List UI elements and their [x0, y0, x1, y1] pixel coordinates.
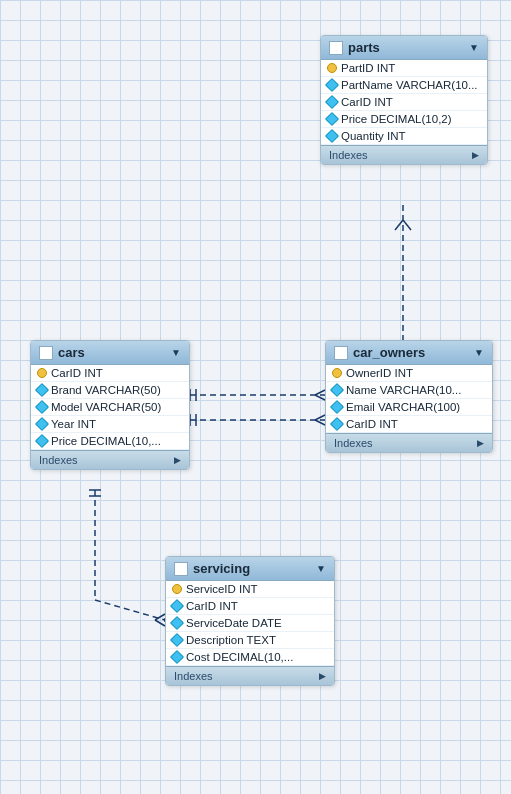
key-icon: [327, 63, 337, 73]
car-owners-field-ownerid: OwnerID INT: [326, 365, 492, 382]
cars-field-year-text: Year INT: [51, 418, 96, 430]
diamond-icon: [325, 78, 339, 92]
parts-field-price: Price DECIMAL(10,2): [321, 111, 487, 128]
cars-table-icon: [39, 346, 53, 360]
parts-indexes-label: Indexes: [329, 149, 368, 161]
car-owners-table-collapse[interactable]: ▼: [474, 347, 484, 358]
parts-field-partid: PartID INT: [321, 60, 487, 77]
servicing-field-description-text: Description TEXT: [186, 634, 276, 646]
cars-field-carid-text: CarID INT: [51, 367, 103, 379]
svg-line-17: [155, 614, 165, 620]
servicing-field-serviceid: ServiceID INT: [166, 581, 334, 598]
servicing-field-carid-text: CarID INT: [186, 600, 238, 612]
parts-field-partname-text: PartName VARCHAR(10...: [341, 79, 478, 91]
parts-table-icon: [329, 41, 343, 55]
diamond-icon: [170, 616, 184, 630]
svg-line-2: [403, 220, 411, 230]
car-owners-footer-arrow[interactable]: ▶: [477, 438, 484, 448]
svg-line-1: [395, 220, 403, 230]
diamond-icon: [330, 417, 344, 431]
cars-field-price-text: Price DECIMAL(10,...: [51, 435, 161, 447]
svg-line-7: [315, 395, 325, 400]
car-owners-field-carid-text: CarID INT: [346, 418, 398, 430]
svg-line-12: [315, 420, 325, 425]
servicing-table-header[interactable]: servicing ▼: [166, 557, 334, 581]
svg-line-14: [95, 600, 165, 620]
cars-field-year: Year INT: [31, 416, 189, 433]
car-owners-field-email: Email VARCHAR(100): [326, 399, 492, 416]
diamond-icon: [35, 417, 49, 431]
servicing-field-description: Description TEXT: [166, 632, 334, 649]
cars-indexes-label: Indexes: [39, 454, 78, 466]
diamond-icon: [330, 400, 344, 414]
parts-table[interactable]: parts ▼ PartID INT PartName VARCHAR(10..…: [320, 35, 488, 165]
servicing-field-cost: Cost DECIMAL(10,...: [166, 649, 334, 666]
parts-table-header[interactable]: parts ▼: [321, 36, 487, 60]
diamond-icon: [170, 633, 184, 647]
servicing-field-serviceid-text: ServiceID INT: [186, 583, 258, 595]
diamond-icon: [330, 383, 344, 397]
svg-line-11: [315, 415, 325, 420]
diamond-icon: [325, 95, 339, 109]
parts-field-carid-text: CarID INT: [341, 96, 393, 108]
servicing-footer-arrow[interactable]: ▶: [319, 671, 326, 681]
diamond-icon: [35, 383, 49, 397]
servicing-table[interactable]: servicing ▼ ServiceID INT CarID INT Serv…: [165, 556, 335, 686]
car-owners-field-name: Name VARCHAR(10...: [326, 382, 492, 399]
parts-table-collapse[interactable]: ▼: [469, 42, 479, 53]
diamond-icon: [35, 434, 49, 448]
cars-table-footer[interactable]: Indexes ▶: [31, 450, 189, 469]
parts-field-partid-text: PartID INT: [341, 62, 395, 74]
diamond-icon: [325, 129, 339, 143]
car-owners-table-header[interactable]: car_owners ▼: [326, 341, 492, 365]
servicing-field-servicedate-text: ServiceDate DATE: [186, 617, 282, 629]
cars-table-name: cars: [58, 345, 166, 360]
cars-table[interactable]: cars ▼ CarID INT Brand VARCHAR(50) Model…: [30, 340, 190, 470]
car-owners-field-email-text: Email VARCHAR(100): [346, 401, 460, 413]
car-owners-field-name-text: Name VARCHAR(10...: [346, 384, 461, 396]
cars-field-price: Price DECIMAL(10,...: [31, 433, 189, 450]
servicing-table-footer[interactable]: Indexes ▶: [166, 666, 334, 685]
car-owners-field-carid: CarID INT: [326, 416, 492, 433]
car-owners-table[interactable]: car_owners ▼ OwnerID INT Name VARCHAR(10…: [325, 340, 493, 453]
car-owners-field-ownerid-text: OwnerID INT: [346, 367, 413, 379]
cars-footer-arrow[interactable]: ▶: [174, 455, 181, 465]
cars-field-brand-text: Brand VARCHAR(50): [51, 384, 161, 396]
key-icon: [172, 584, 182, 594]
diamond-icon: [170, 599, 184, 613]
car-owners-indexes-label: Indexes: [334, 437, 373, 449]
servicing-field-cost-text: Cost DECIMAL(10,...: [186, 651, 293, 663]
svg-line-6: [315, 390, 325, 395]
svg-line-18: [155, 620, 165, 626]
car-owners-table-footer[interactable]: Indexes ▶: [326, 433, 492, 452]
servicing-table-name: servicing: [193, 561, 311, 576]
diamond-icon: [35, 400, 49, 414]
parts-field-carid: CarID INT: [321, 94, 487, 111]
servicing-field-carid: CarID INT: [166, 598, 334, 615]
diamond-icon: [325, 112, 339, 126]
cars-table-collapse[interactable]: ▼: [171, 347, 181, 358]
parts-footer-arrow[interactable]: ▶: [472, 150, 479, 160]
servicing-table-icon: [174, 562, 188, 576]
parts-field-quantity-text: Quantity INT: [341, 130, 406, 142]
parts-field-price-text: Price DECIMAL(10,2): [341, 113, 452, 125]
parts-table-footer[interactable]: Indexes ▶: [321, 145, 487, 164]
cars-field-model: Model VARCHAR(50): [31, 399, 189, 416]
car-owners-table-icon: [334, 346, 348, 360]
servicing-field-servicedate: ServiceDate DATE: [166, 615, 334, 632]
car-owners-table-name: car_owners: [353, 345, 469, 360]
parts-field-partname: PartName VARCHAR(10...: [321, 77, 487, 94]
diamond-icon: [170, 650, 184, 664]
parts-field-quantity: Quantity INT: [321, 128, 487, 145]
key-icon: [37, 368, 47, 378]
servicing-table-collapse[interactable]: ▼: [316, 563, 326, 574]
servicing-indexes-label: Indexes: [174, 670, 213, 682]
cars-table-header[interactable]: cars ▼: [31, 341, 189, 365]
cars-field-model-text: Model VARCHAR(50): [51, 401, 161, 413]
parts-table-name: parts: [348, 40, 464, 55]
key-icon: [332, 368, 342, 378]
cars-field-brand: Brand VARCHAR(50): [31, 382, 189, 399]
cars-field-carid: CarID INT: [31, 365, 189, 382]
